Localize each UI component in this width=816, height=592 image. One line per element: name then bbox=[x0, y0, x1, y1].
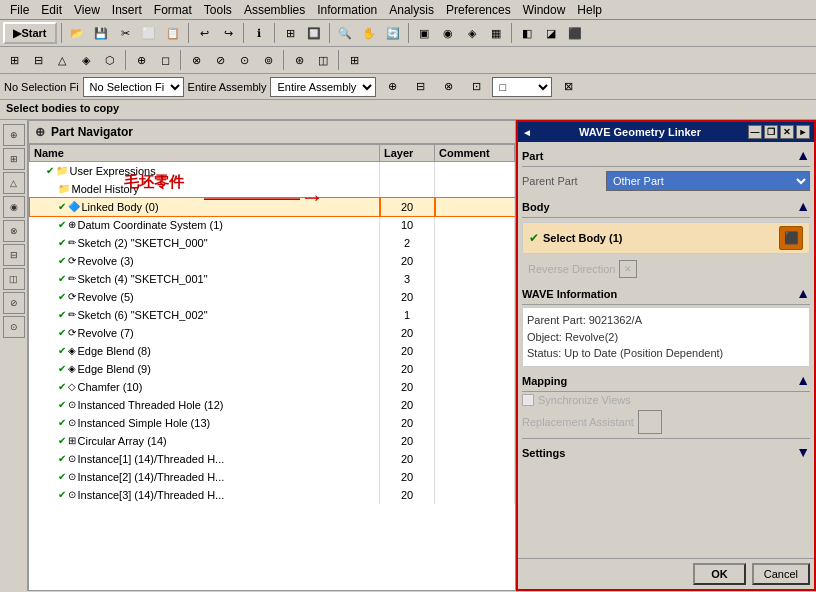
wave-close-btn[interactable]: ✕ bbox=[780, 125, 794, 139]
selection-dropdown-1[interactable]: No Selection Fi bbox=[83, 77, 184, 97]
sel-move-btn[interactable]: ⊗ bbox=[437, 76, 459, 98]
menu-edit[interactable]: Edit bbox=[35, 2, 68, 18]
open-btn[interactable]: 📂 bbox=[66, 22, 88, 44]
col-layer[interactable]: Layer bbox=[380, 145, 435, 162]
nav-scroll[interactable]: Name Layer Comment ✔ 📁 User Expressions … bbox=[29, 144, 515, 504]
status-text: Select bodies to copy bbox=[6, 102, 119, 114]
pan-btn[interactable]: ✋ bbox=[358, 22, 380, 44]
view2-btn[interactable]: ◉ bbox=[437, 22, 459, 44]
info-btn[interactable]: ℹ bbox=[248, 22, 270, 44]
parent-part-dropdown[interactable]: Other Part bbox=[606, 171, 810, 191]
menu-help[interactable]: Help bbox=[571, 2, 608, 18]
wire-btn[interactable]: ⬡ bbox=[99, 49, 121, 71]
view1-btn[interactable]: ▣ bbox=[413, 22, 435, 44]
copy-btn[interactable]: ⬜ bbox=[138, 22, 160, 44]
table-row[interactable]: ✔ ⊞ Circular Array (14) 20 bbox=[30, 432, 515, 450]
table-row[interactable]: ✔ ⊙ Instance[3] (14)/Threaded H... 20 bbox=[30, 486, 515, 504]
sel1-btn[interactable]: ⊛ bbox=[288, 49, 310, 71]
undo-btn[interactable]: ↩ bbox=[193, 22, 215, 44]
save-btn[interactable]: 💾 bbox=[90, 22, 112, 44]
replacement-btn[interactable] bbox=[638, 410, 662, 434]
table-row[interactable]: ✔ ⟳ Revolve (3) 20 bbox=[30, 252, 515, 270]
sidebar-icon-3[interactable]: △ bbox=[3, 172, 25, 194]
body-cube-btn[interactable]: ⬛ bbox=[779, 226, 803, 250]
wave-minimize-btn[interactable]: — bbox=[748, 125, 762, 139]
move-btn[interactable]: ⊙ bbox=[233, 49, 255, 71]
col-name[interactable]: Name bbox=[30, 145, 380, 162]
menu-format[interactable]: Format bbox=[148, 2, 198, 18]
filter-btn[interactable]: ⊘ bbox=[209, 49, 231, 71]
sidebar-icon-6[interactable]: ⊟ bbox=[3, 244, 25, 266]
solid-btn[interactable]: ◈ bbox=[75, 49, 97, 71]
sidebar-icon-1[interactable]: ⊕ bbox=[3, 124, 25, 146]
redo-btn[interactable]: ↪ bbox=[217, 22, 239, 44]
sidebar-icon-7[interactable]: ◫ bbox=[3, 268, 25, 290]
menu-view[interactable]: View bbox=[68, 2, 106, 18]
selection-dropdown-2[interactable]: Entire Assembly bbox=[270, 77, 376, 97]
geom-btn[interactable]: △ bbox=[51, 49, 73, 71]
table-row[interactable]: ✔ ⊙ Instanced Threaded Hole (12) 20 bbox=[30, 396, 515, 414]
sel-box-btn[interactable]: ⊡ bbox=[465, 76, 487, 98]
rotate-btn[interactable]: 🔄 bbox=[382, 22, 404, 44]
wave-restore-btn[interactable]: ❒ bbox=[764, 125, 778, 139]
table-row[interactable]: ✔ ⊙ Instance[1] (14)/Threaded H... 20 bbox=[30, 450, 515, 468]
point-btn[interactable]: ◻ bbox=[154, 49, 176, 71]
misc-btn[interactable]: ⊞ bbox=[343, 49, 365, 71]
table-row[interactable]: ✔ 📁 User Expressions bbox=[30, 162, 515, 180]
menu-information[interactable]: Information bbox=[311, 2, 383, 18]
menu-insert[interactable]: Insert bbox=[106, 2, 148, 18]
layer-btn[interactable]: ⊗ bbox=[185, 49, 207, 71]
table-row[interactable]: ✔ ⟳ Revolve (7) 20 bbox=[30, 324, 515, 342]
cut-btn[interactable]: ✂ bbox=[114, 22, 136, 44]
view3-btn[interactable]: ◈ bbox=[461, 22, 483, 44]
sidebar-icon-2[interactable]: ⊞ bbox=[3, 148, 25, 170]
sidebar-icon-5[interactable]: ⊗ bbox=[3, 220, 25, 242]
col-comment[interactable]: Comment bbox=[435, 145, 515, 162]
paste-btn[interactable]: 📋 bbox=[162, 22, 184, 44]
table-row[interactable]: ✔ ✏ Sketch (2) "SKETCH_000" 2 bbox=[30, 234, 515, 252]
sel-type-dropdown[interactable]: □ bbox=[492, 77, 552, 97]
table-row[interactable]: 📁 Model History bbox=[30, 180, 515, 198]
edit2-btn[interactable]: ⊚ bbox=[257, 49, 279, 71]
table-row[interactable]: ✔ ◈ Edge Blend (8) 20 bbox=[30, 342, 515, 360]
part-nav-btn[interactable]: ⊞ bbox=[3, 49, 25, 71]
menu-analysis[interactable]: Analysis bbox=[383, 2, 440, 18]
menu-tools[interactable]: Tools bbox=[198, 2, 238, 18]
table-row[interactable]: ✔ ◇ Chamfer (10) 20 bbox=[30, 378, 515, 396]
view4-btn[interactable]: ▦ bbox=[485, 22, 507, 44]
reverse-btn[interactable]: ✕ bbox=[619, 260, 637, 278]
sel-opt-btn[interactable]: ⊕ bbox=[381, 76, 403, 98]
render1-btn[interactable]: ◧ bbox=[516, 22, 538, 44]
table-row[interactable]: ✔ ⊕ Datum Coordinate System (1) 10 bbox=[30, 216, 515, 234]
table-row[interactable]: ✔ ◈ Edge Blend (9) 20 bbox=[30, 360, 515, 378]
render2-btn[interactable]: ◪ bbox=[540, 22, 562, 44]
menu-file[interactable]: File bbox=[4, 2, 35, 18]
menu-assemblies[interactable]: Assemblies bbox=[238, 2, 311, 18]
asm-btn[interactable]: ⊟ bbox=[27, 49, 49, 71]
table-row[interactable]: ✔ ⊙ Instanced Simple Hole (13) 20 bbox=[30, 414, 515, 432]
snap-btn[interactable]: 🔲 bbox=[303, 22, 325, 44]
menu-preferences[interactable]: Preferences bbox=[440, 2, 517, 18]
sel-filter-btn[interactable]: ⊟ bbox=[409, 76, 431, 98]
render3-btn[interactable]: ⬛ bbox=[564, 22, 586, 44]
wave-expand-btn[interactable]: ► bbox=[796, 125, 810, 139]
table-row[interactable]: ✔ ✏ Sketch (6) "SKETCH_002" 1 bbox=[30, 306, 515, 324]
sync-checkbox[interactable] bbox=[522, 394, 534, 406]
table-row[interactable]: ✔ ⟳ Revolve (5) 20 bbox=[30, 288, 515, 306]
menu-window[interactable]: Window bbox=[517, 2, 572, 18]
ok-button[interactable]: OK bbox=[693, 563, 746, 585]
table-row[interactable]: ✔ ⊙ Instance[2] (14)/Threaded H... 20 bbox=[30, 468, 515, 486]
zoom-btn[interactable]: 🔍 bbox=[334, 22, 356, 44]
sel-extra-btn[interactable]: ⊠ bbox=[557, 76, 579, 98]
start-button[interactable]: ▶ Start bbox=[3, 22, 57, 44]
cancel-button[interactable]: Cancel bbox=[752, 563, 810, 585]
meas-btn[interactable]: ⊕ bbox=[130, 49, 152, 71]
sidebar-icon-9[interactable]: ⊙ bbox=[3, 316, 25, 338]
table-row[interactable]: ✔ 🔷 Linked Body (0) 20 bbox=[30, 198, 515, 216]
sidebar-icon-8[interactable]: ⊘ bbox=[3, 292, 25, 314]
grid-btn[interactable]: ⊞ bbox=[279, 22, 301, 44]
sidebar-icon-4[interactable]: ◉ bbox=[3, 196, 25, 218]
table-row[interactable]: ✔ ✏ Sketch (4) "SKETCH_001" 3 bbox=[30, 270, 515, 288]
sel2-btn[interactable]: ◫ bbox=[312, 49, 334, 71]
wave-collapse-btn[interactable]: ◄ bbox=[522, 127, 532, 138]
